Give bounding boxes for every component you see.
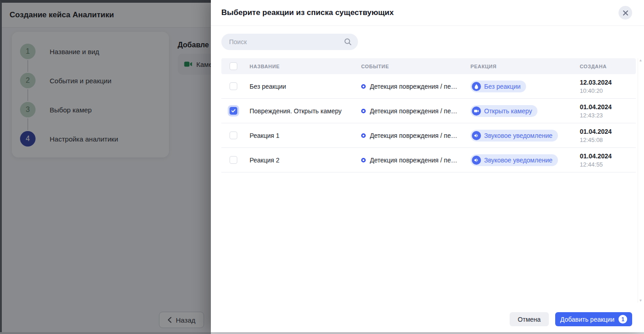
reaction-badge-label: Звуковое уведомление: [484, 132, 552, 139]
event-ring-icon: [361, 158, 366, 162]
reaction-badge: Открыть камеру: [470, 105, 537, 117]
select-all-cell: [221, 62, 250, 70]
sound-notification-icon: [472, 156, 481, 165]
no-reaction-icon: [472, 82, 481, 91]
open-camera-icon: [472, 106, 481, 116]
created-date: 01.04.2024: [580, 103, 636, 111]
created-date: 01.04.2024: [580, 152, 636, 160]
sound-notification-icon: [472, 131, 481, 140]
column-header-reaction: Реакция: [470, 64, 580, 69]
reaction-badge: Звуковое уведомление: [470, 154, 558, 166]
event-label: Детекция повреждения / пе…: [370, 132, 457, 139]
modal-title: Выберите реакции из списка существующих: [221, 8, 394, 17]
created-time: 12:45:08: [580, 137, 636, 143]
created-date: 01.04.2024: [580, 128, 636, 135]
created-date: 12.03.2024: [580, 79, 636, 86]
column-header-created: Создана: [580, 64, 636, 69]
selected-count-badge: 1: [618, 315, 627, 324]
created-time: 10:40:20: [580, 87, 636, 94]
reaction-badge: Звуковое уведомление: [470, 130, 558, 142]
add-reactions-button[interactable]: Добавить реакции 1: [555, 312, 632, 326]
created-time: 12:43:23: [580, 112, 636, 119]
table-header-row: Название Событие Реакция Создана: [221, 58, 636, 74]
cancel-button[interactable]: Отмена: [510, 312, 549, 326]
table-row[interactable]: Реакция 1 Детекция повреждения / пе… Зву…: [221, 123, 636, 148]
select-reactions-modal: Выберите реакции из списка существующих …: [211, 0, 644, 332]
scroll-up-icon[interactable]: ▲: [639, 58, 643, 62]
reaction-name: Реакция 2: [250, 157, 361, 164]
reaction-badge: Без реакции: [470, 81, 526, 92]
event-label: Детекция повреждения / пе…: [370, 107, 457, 115]
row-checkbox[interactable]: [230, 156, 237, 164]
row-checkbox[interactable]: [230, 132, 237, 139]
modal-header: Выберите реакции из списка существующих: [211, 0, 644, 26]
select-all-checkbox[interactable]: [230, 62, 237, 70]
reaction-badge-label: Без реакции: [484, 83, 521, 90]
created-time: 12:44:55: [580, 161, 636, 168]
scrollbar[interactable]: ▲ ▼: [638, 58, 643, 303]
event-ring-icon: [361, 84, 366, 89]
close-icon[interactable]: [618, 6, 632, 20]
event-ring-icon: [361, 133, 366, 138]
reaction-badge-label: Открыть камеру: [484, 107, 532, 115]
event-ring-icon: [361, 109, 366, 113]
column-header-name: Название: [250, 64, 361, 69]
reaction-badge-label: Звуковое уведомление: [484, 157, 552, 164]
reaction-name: Повреждения. Открыть камеру: [250, 107, 361, 115]
search-icon[interactable]: [344, 38, 352, 48]
table-row[interactable]: Без реакции Детекция повреждения / пе… Б…: [221, 74, 636, 99]
search-input[interactable]: [221, 34, 358, 50]
scroll-down-icon[interactable]: ▼: [639, 299, 643, 303]
modal-footer: Отмена Добавить реакции 1: [510, 312, 632, 326]
modal-overlay[interactable]: [0, 0, 211, 334]
column-header-event: Событие: [361, 64, 470, 69]
table-row[interactable]: Повреждения. Открыть камеру Детекция пов…: [221, 99, 636, 123]
modal-body: Название Событие Реакция Создана Без реа…: [211, 26, 644, 172]
row-checkbox[interactable]: [230, 82, 237, 90]
row-checkbox-checked[interactable]: [230, 107, 237, 115]
event-label: Детекция повреждения / пе…: [370, 157, 457, 164]
table-row[interactable]: Реакция 2 Детекция повреждения / пе… Зву…: [221, 148, 636, 172]
event-label: Детекция повреждения / пе…: [370, 83, 457, 90]
add-reactions-label: Добавить реакции: [560, 316, 614, 323]
search-box: [221, 34, 358, 50]
reaction-name: Без реакции: [250, 83, 361, 90]
reaction-name: Реакция 1: [250, 132, 361, 139]
reactions-table: Название Событие Реакция Создана Без реа…: [221, 58, 636, 172]
